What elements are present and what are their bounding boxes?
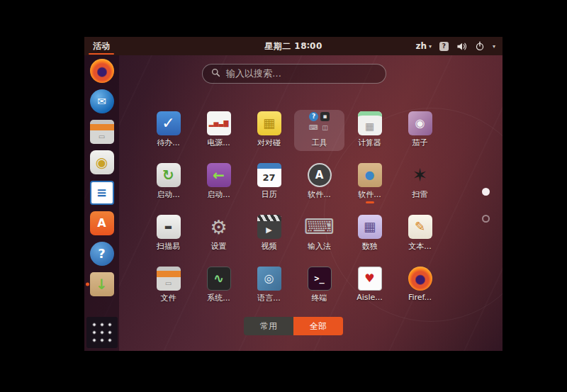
app-sudoku[interactable]: ▦数独	[344, 213, 395, 252]
volume-icon[interactable]	[456, 41, 467, 52]
app-label: 对对碰	[257, 138, 281, 148]
app-software-updates[interactable]: ●软件...	[344, 162, 395, 203]
app-utilities-folder[interactable]: ?▪⌨◫工具	[294, 110, 344, 151]
app-label: 启动...	[157, 189, 180, 200]
firefox-icon	[90, 59, 114, 83]
terminal-icon: >_	[308, 267, 332, 291]
app-system-monitor[interactable]: ∿系统...	[193, 265, 244, 303]
input-method-icon[interactable]: ?	[439, 42, 449, 51]
app-label: 茄子	[412, 138, 428, 148]
system-menu-chevron-icon[interactable]: ▾	[493, 43, 495, 50]
clapperboard-icon: ▶	[257, 215, 281, 239]
app-label: Firef...	[408, 293, 432, 302]
tab-all[interactable]: 全部	[293, 317, 343, 335]
speaker-icon: ◉	[90, 150, 114, 174]
app-mines[interactable]: ✶扫雷	[395, 162, 445, 200]
app-software-updater[interactable]: A软件...	[294, 162, 344, 200]
todo-check-icon: ✓	[157, 111, 181, 135]
folder-mini-icon: ?	[309, 112, 318, 121]
view-tabs: 常用 全部	[244, 317, 343, 335]
activities-button[interactable]: 活动	[84, 37, 118, 55]
app-label: 电源...	[207, 138, 230, 148]
folder-mini-icon: ⌨	[309, 123, 318, 133]
sudoku-grid-icon: ▦	[358, 215, 382, 239]
app-label: 文本...	[408, 241, 432, 252]
app-cheese[interactable]: ◉茄子	[395, 110, 445, 148]
clock[interactable]: 星期二 18∶00	[264, 40, 322, 52]
calendar-icon: 27	[257, 163, 281, 187]
app-calculator[interactable]: ▦计算器	[344, 110, 395, 148]
app-label: 输入法	[308, 241, 331, 252]
app-language-support[interactable]: ◎语言...	[244, 265, 294, 303]
app-files-app[interactable]: ▭文件	[143, 265, 193, 303]
page-dot-1[interactable]	[482, 188, 490, 196]
app-settings[interactable]: ⚙设置	[193, 213, 244, 252]
dock-item-thunderbird[interactable]: ✉	[84, 89, 119, 113]
app-label: 计算器	[358, 138, 381, 148]
app-label: 数独	[362, 241, 378, 252]
folder-mini-icon: ▪	[320, 112, 330, 121]
power-stats-chart-icon: ▂▅▃▇	[207, 111, 231, 135]
page-indicator	[482, 188, 490, 223]
app-calendar[interactable]: 27日历	[244, 162, 294, 200]
thunderbird-icon: ✉	[90, 89, 114, 113]
keyboard-icon: ⌨	[308, 215, 332, 239]
app-startup-apps[interactable]: ←启动...	[193, 162, 244, 200]
app-input-method[interactable]: ⌨输入法	[294, 213, 344, 252]
tab-frequent[interactable]: 常用	[244, 317, 293, 335]
settings-gear-icon: ⚙	[207, 215, 231, 239]
app-label: 启动...	[207, 189, 230, 200]
writer-document-icon: ≡	[90, 181, 114, 205]
dock-item-ubuntu-software[interactable]: A	[84, 211, 119, 235]
dock-item-package-installer[interactable]: ↓	[84, 272, 119, 296]
app-terminal[interactable]: >_终端	[294, 265, 344, 303]
app-text-editor[interactable]: ✎文本...	[395, 213, 445, 252]
activities-overview: 活动 星期二 18∶00 zh ▾ ?	[84, 37, 503, 351]
app-grid-dots-icon	[86, 317, 118, 348]
app-power-statistics[interactable]: ▂▅▃▇电源...	[193, 110, 244, 148]
calculator-icon: ▦	[358, 111, 382, 135]
running-indicator	[86, 283, 89, 286]
app-firefox-app[interactable]: Firef...	[395, 265, 445, 302]
app-aisleriot[interactable]: ♥Aisle...	[344, 265, 395, 302]
dock-item-files[interactable]: ▭	[84, 120, 119, 144]
screen: 活动 星期二 18∶00 zh ▾ ?	[0, 0, 567, 392]
dock-item-help[interactable]: ?	[84, 242, 119, 266]
dock-item-app-grid-button[interactable]	[84, 317, 119, 348]
chevron-down-icon: ▾	[429, 43, 432, 50]
utilities-folder-icon: ?▪⌨◫	[308, 111, 332, 135]
software-box-globe-icon: ●	[358, 163, 382, 187]
app-videos[interactable]: ▶视频	[244, 213, 294, 252]
dock-item-rhythmbox[interactable]: ◉	[84, 150, 119, 174]
file-cabinet-icon: ▭	[90, 120, 114, 144]
search-placeholder: 输入以搜索…	[226, 67, 281, 80]
cheese-webcam-icon: ◉	[408, 111, 432, 135]
startup-disk-icon: ↻	[157, 163, 181, 187]
software-bag-icon: A	[90, 211, 114, 235]
search-icon	[211, 68, 220, 79]
top-bar: 活动 星期二 18∶00 zh ▾ ?	[84, 37, 503, 55]
folder-mini-icon: ◫	[320, 123, 330, 133]
app-todo[interactable]: ✓待办...	[143, 110, 193, 148]
package-box-icon: ↓	[90, 272, 114, 296]
system-monitor-wave-icon: ∿	[207, 267, 231, 291]
keyboard-layout-menu[interactable]: zh ▾	[415, 41, 432, 51]
file-cabinet-icon: ▭	[157, 267, 181, 291]
dock-item-libreoffice-writer[interactable]: ≡	[84, 181, 119, 205]
app-label: 日历	[262, 189, 277, 200]
software-updater-icon: A	[308, 163, 332, 187]
dock-item-firefox[interactable]	[84, 59, 119, 83]
page-dot-2[interactable]	[482, 215, 490, 223]
app-swell-foop[interactable]: ▦对对碰	[244, 110, 294, 148]
app-label: 设置	[211, 241, 227, 252]
language-flag-icon: ◎	[257, 267, 281, 291]
power-icon[interactable]	[475, 41, 485, 51]
app-startup-disk[interactable]: ↻启动...	[143, 162, 193, 200]
app-label: 视频	[262, 241, 277, 252]
app-label: 系统...	[207, 293, 230, 303]
swell-foop-blocks-icon: ▦	[257, 111, 281, 135]
app-label: 工具	[312, 138, 327, 148]
app-simple-scan[interactable]: ▬扫描易	[143, 213, 193, 252]
playing-cards-icon: ♥	[358, 267, 382, 291]
search-input[interactable]: 输入以搜索…	[202, 64, 386, 84]
